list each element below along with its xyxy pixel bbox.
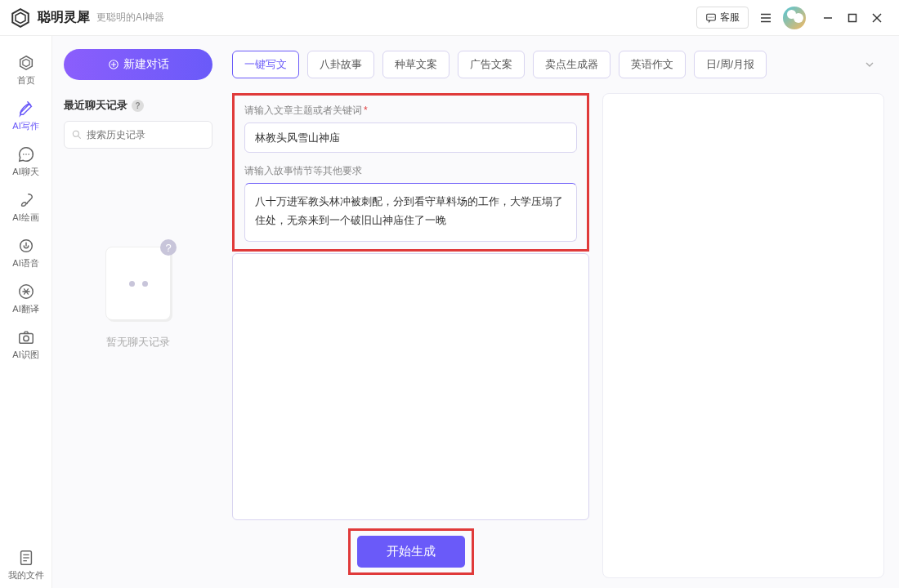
titlebar: 聪明灵犀 更聪明的AI神器 客服 [0,0,899,36]
form-row: 请输入文章主题或者关键词* 请输入故事情节等其他要求 开始生成 [224,87,884,578]
chat-icon [17,145,35,163]
recent-chats-title: 最近聊天记录 ? [64,98,212,113]
template-pill[interactable]: 种草文案 [382,51,450,78]
svg-point-5 [713,16,713,17]
window-close-button[interactable] [865,6,889,30]
main-area: 新建对话 最近聊天记录 ? ? 暂无聊天记录 一键写文 八卦 [52,36,899,588]
svg-point-15 [22,154,24,155]
sidebar-item-paint[interactable]: AI绘画 [0,185,52,230]
search-icon [71,129,83,140]
topic-label-text: 请输入文章主题或者关键词 [244,105,362,116]
generate-button[interactable]: 开始生成 [357,536,465,568]
new-chat-button[interactable]: 新建对话 [64,49,212,80]
sidebar-item-home[interactable]: 首页 [0,47,52,93]
help-icon[interactable]: ? [132,100,144,112]
file-icon [17,549,35,567]
window-maximize-button[interactable] [840,6,865,30]
sidebar-item-label: 我的文件 [8,569,44,581]
svg-point-17 [28,154,29,155]
app-name: 聪明灵犀 [38,9,90,26]
recent-chats-label: 最近聊天记录 [64,98,127,113]
highlight-frame-generate: 开始生成 [348,528,474,575]
sidebar-item-audio[interactable]: AI语音 [0,230,52,276]
new-chat-label: 新建对话 [123,57,169,72]
work-column: 一键写文 八卦故事 种草文案 广告文案 卖点生成器 英语作文 日/周/月报 请输… [224,36,899,588]
sidebar-item-label: 首页 [17,74,35,87]
template-pill[interactable]: 英语作文 [619,51,686,78]
topic-label: 请输入文章主题或者关键词* [244,104,577,118]
sidebar-item-label: AI翻译 [12,303,38,315]
sidebar-item-vision[interactable]: AI识图 [0,322,52,368]
details-textarea-preview[interactable] [244,183,577,242]
template-pill[interactable]: 日/周/月报 [694,51,767,78]
svg-point-21 [23,336,28,341]
empty-history-text: 暂无聊天记录 [106,335,170,350]
svg-point-3 [709,16,709,17]
details-label: 请输入故事情节等其他要求 [244,164,577,178]
svg-rect-10 [849,14,857,21]
details-textarea[interactable] [232,253,589,520]
sidebar-item-files[interactable]: 我的文件 [0,542,52,588]
generate-row: 开始生成 [232,520,589,578]
sidebar-item-chat[interactable]: AI聊天 [0,139,52,185]
template-pill[interactable]: 卖点生成器 [533,51,611,78]
svg-point-29 [73,131,78,136]
sidebar: 首页 AI写作 AI聊天 AI绘画 AI语音 AI翻译 AI识图 我 [0,36,52,588]
svg-point-4 [710,16,711,17]
output-card [602,93,884,578]
camera-icon [17,328,35,346]
sidebar-item-label: AI识图 [12,349,38,361]
support-label: 客服 [720,11,740,24]
plus-icon [108,59,119,70]
svg-line-30 [78,136,81,139]
empty-illustration: ? [105,247,171,320]
template-pill[interactable]: 八卦故事 [307,51,374,78]
brush-icon [17,191,35,209]
svg-marker-1 [16,12,25,23]
home-hex-icon [17,54,35,72]
history-search[interactable] [64,121,212,149]
template-pills-row: 一键写文 八卦故事 种草文案 广告文案 卖点生成器 英语作文 日/周/月报 [224,47,884,87]
template-pill[interactable]: 一键写文 [232,51,299,78]
sidebar-item-write[interactable]: AI写作 [0,93,52,139]
required-asterisk: * [364,105,368,116]
history-search-input[interactable] [87,129,209,140]
highlight-frame-inputs: 请输入文章主题或者关键词* 请输入故事情节等其他要求 [232,93,589,252]
svg-marker-13 [20,56,32,70]
topic-input[interactable] [244,122,577,153]
sidebar-item-translate[interactable]: AI翻译 [0,276,52,322]
hamburger-menu-icon[interactable] [757,9,775,27]
sidebar-item-label: AI写作 [12,120,38,132]
avatar[interactable] [783,7,806,29]
svg-point-16 [25,154,27,155]
template-pill[interactable]: 广告文案 [458,51,525,78]
audio-icon [17,237,35,255]
question-badge-icon: ? [160,239,177,256]
window-minimize-button[interactable] [816,6,840,30]
sidebar-item-label: AI语音 [12,257,38,270]
sidebar-item-label: AI聊天 [12,166,38,178]
details-textarea-wrap [232,253,589,520]
support-button[interactable]: 客服 [696,7,749,29]
svg-marker-14 [22,59,29,66]
chat-bubble-icon [705,12,717,24]
sidebar-item-label: AI绘画 [12,212,38,224]
svg-rect-20 [19,333,33,343]
empty-history: ? 暂无聊天记录 [64,247,212,350]
app-tagline: 更聪明的AI神器 [96,11,164,24]
app-logo-icon [10,7,31,29]
pen-icon [17,100,35,118]
svg-marker-0 [12,9,29,27]
form-card: 请输入文章主题或者关键词* 请输入故事情节等其他要求 开始生成 [232,93,589,578]
history-panel: 新建对话 最近聊天记录 ? ? 暂无聊天记录 [52,36,224,588]
translate-icon [17,283,35,301]
chevron-down-icon[interactable] [855,55,884,74]
